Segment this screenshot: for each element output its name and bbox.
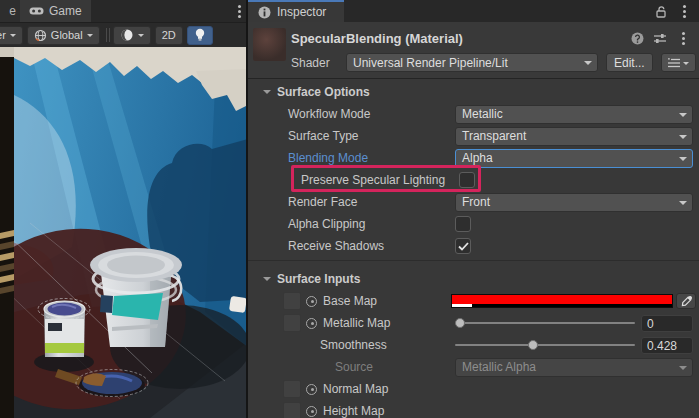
alpha-clipping-checkbox[interactable] [455, 216, 471, 232]
chevron-down-icon [683, 62, 689, 68]
surface-type-dropdown[interactable]: Transparent [455, 127, 693, 146]
inspector-panel: Inspector SpecularBlending (Material) [248, 0, 699, 418]
inspector-body: Surface Options Workflow Mode Metallic S… [248, 79, 699, 418]
alpha-clipping-row: Alpha Clipping [248, 213, 699, 235]
metallic-slider[interactable] [455, 312, 635, 334]
workflow-mode-value: Metallic [462, 107, 503, 121]
workflow-mode-row: Workflow Mode Metallic [248, 103, 699, 125]
base-map-color-swatch[interactable] [451, 294, 673, 308]
smoothness-label: Smoothness [288, 338, 387, 352]
game-tabbar: e Game [0, 0, 246, 22]
metallic-map-row: Metallic Map 0 [248, 312, 699, 334]
height-map-texture-slot[interactable] [283, 402, 301, 418]
help-icon[interactable] [631, 32, 644, 45]
source-value: Metallic Alpha [462, 360, 536, 374]
unity-editor-window: e Game ter Global [0, 0, 699, 418]
source-label: Source [288, 360, 373, 374]
2d-label: 2D [162, 29, 176, 41]
shader-edit-button[interactable]: Edit... [606, 53, 653, 72]
preset-list-button[interactable] [661, 53, 696, 72]
receive-shadows-label: Receive Shadows [288, 239, 384, 253]
globe-icon [34, 29, 47, 42]
base-map-texture-slot[interactable] [283, 292, 301, 310]
metallic-map-texture-slot[interactable] [283, 314, 301, 332]
game-viewport[interactable] [0, 47, 246, 418]
foldout-arrow-icon [263, 277, 271, 285]
normal-map-row: Normal Map [248, 378, 699, 400]
render-mode-icon [120, 28, 134, 42]
shader-dropdown[interactable]: Universal Render Pipeline/Lit [346, 53, 598, 72]
color-alpha-bar [452, 304, 672, 307]
list-icon [668, 58, 680, 68]
shading-mode-dropdown[interactable] [113, 26, 151, 45]
normal-map-texture-slot[interactable] [283, 380, 301, 398]
blending-mode-row: Blending Mode Alpha [248, 147, 699, 169]
workflow-mode-dropdown[interactable]: Metallic [455, 105, 693, 124]
tab-inspector[interactable]: Inspector [248, 0, 344, 22]
preserve-specular-label: Preserve Specular Lighting [301, 173, 445, 187]
slider-track [455, 344, 635, 346]
smoothness-slider[interactable] [455, 334, 635, 356]
height-map-label: Height Map [323, 404, 384, 418]
object-picker-icon[interactable] [306, 384, 317, 395]
scene-render [0, 47, 246, 418]
blending-mode-value: Alpha [462, 151, 493, 165]
surface-type-row: Surface Type Transparent [248, 125, 699, 147]
shader-value: Universal Render Pipeline/Lit [353, 56, 508, 70]
foldout-arrow-icon [263, 90, 271, 98]
game-panel-menu-icon[interactable] [232, 0, 246, 22]
inspector-menu-icon[interactable] [677, 10, 691, 13]
metallic-value-field[interactable]: 0 [641, 315, 693, 332]
eyedropper-button[interactable] [676, 293, 696, 309]
handle-rotation-label: Global [51, 29, 83, 41]
2d-toggle-button[interactable]: 2D [155, 26, 183, 45]
render-face-label: Render Face [288, 195, 357, 209]
lighting-toggle-button[interactable] [187, 26, 213, 45]
lightbulb-icon [194, 28, 206, 42]
surface-type-label: Surface Type [288, 129, 359, 143]
tool-handle-rotation-dropdown[interactable]: Global [27, 26, 100, 45]
blending-mode-dropdown[interactable]: Alpha [455, 149, 693, 168]
eyedropper-icon [681, 296, 692, 307]
check-icon [458, 242, 469, 251]
material-preview-thumbnail[interactable] [253, 28, 286, 61]
surface-inputs-header[interactable]: Surface Inputs [248, 268, 699, 290]
surface-options-header[interactable]: Surface Options [248, 81, 699, 103]
shader-label: Shader [291, 56, 338, 70]
color-rgb [452, 295, 672, 304]
preserve-specular-row: Preserve Specular Lighting [248, 169, 699, 191]
pivot-label: ter [0, 29, 6, 41]
section-separator [248, 260, 699, 268]
slider-thumb[interactable] [455, 318, 465, 328]
receive-shadows-checkbox[interactable] [455, 238, 471, 254]
preset-icon[interactable] [653, 32, 667, 44]
metallic-map-label: Metallic Map [323, 316, 390, 330]
object-picker-icon[interactable] [306, 406, 317, 417]
game-view-panel: e Game ter Global [0, 0, 248, 418]
material-menu-icon[interactable] [676, 37, 690, 40]
smoothness-value-field[interactable]: 0.428 [641, 337, 693, 354]
toolbar-separator [106, 28, 107, 42]
smoothness-row: Smoothness 0.428 [248, 334, 699, 356]
render-face-row: Render Face Front [248, 191, 699, 213]
info-icon [258, 6, 271, 19]
surface-type-value: Transparent [462, 129, 526, 143]
tab-game[interactable]: Game [20, 0, 91, 22]
render-face-dropdown[interactable]: Front [455, 193, 693, 212]
tab-scene-partial[interactable]: e [0, 0, 20, 22]
chevron-down-icon [10, 34, 16, 40]
gamepad-icon [29, 6, 44, 16]
object-picker-icon[interactable] [306, 296, 317, 307]
slider-track [455, 322, 635, 324]
alpha-clipping-label: Alpha Clipping [288, 217, 365, 231]
slider-thumb[interactable] [528, 340, 538, 350]
base-map-label: Base Map [323, 294, 377, 308]
source-dropdown: Metallic Alpha [455, 358, 693, 377]
object-picker-icon[interactable] [306, 318, 317, 329]
material-header: SpecularBlending (Material) Shader [248, 22, 699, 79]
preserve-specular-checkbox[interactable] [459, 172, 475, 188]
height-map-row: Height Map [248, 400, 699, 418]
lock-icon[interactable] [655, 5, 667, 18]
tool-pivot-dropdown[interactable]: ter [0, 26, 23, 45]
base-map-row: Base Map [248, 290, 699, 312]
